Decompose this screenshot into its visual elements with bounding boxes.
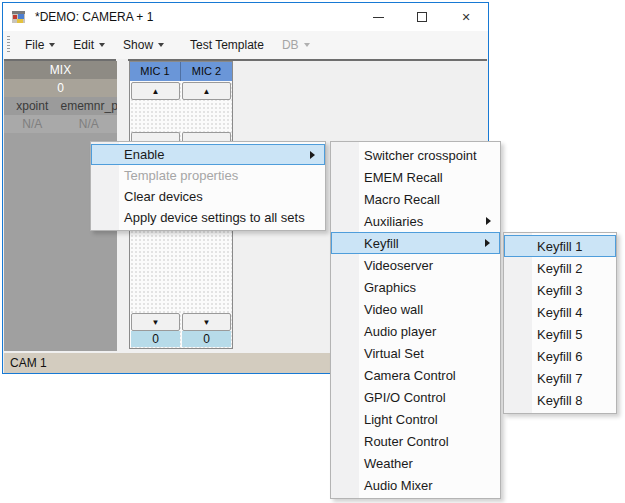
- fader-up-row: ▲ ▲: [130, 82, 232, 100]
- menu-item-audio-mixer[interactable]: Audio Mixer: [331, 474, 500, 496]
- menu-item-light-control[interactable]: Light Control: [331, 408, 500, 430]
- menu-item-label: Camera Control: [364, 368, 456, 383]
- menu-item-videoserver[interactable]: Videoserver: [331, 254, 500, 276]
- mic2-up-button[interactable]: ▲: [182, 82, 231, 100]
- menu-item-auxiliaries[interactable]: Auxiliaries: [331, 210, 500, 232]
- menu-item-label: Template properties: [124, 168, 238, 183]
- menu-item-keyfill-3[interactable]: Keyfill 3: [504, 279, 616, 301]
- menu-item-gpio-control[interactable]: GPI/O Control: [331, 386, 500, 408]
- menu-item-label: Router Control: [364, 434, 449, 449]
- menu-item-label: Switcher crosspoint: [364, 148, 477, 163]
- menu-item-graphics[interactable]: Graphics: [331, 276, 500, 298]
- menu-item-video-wall[interactable]: Video wall: [331, 298, 500, 320]
- menu-item-keyfill[interactable]: Keyfill: [331, 232, 500, 254]
- close-icon: ✕: [461, 11, 470, 24]
- minimize-icon: [373, 17, 384, 18]
- menubar-item-edit[interactable]: Edit: [64, 33, 114, 57]
- menu-item-enable[interactable]: Enable: [91, 144, 325, 165]
- dropdown-arrow-icon: [158, 43, 164, 47]
- menu-item-keyfill-1[interactable]: Keyfill 1: [504, 235, 616, 257]
- menu-item-router-control[interactable]: Router Control: [331, 430, 500, 452]
- menu-item-label: Keyfill 2: [537, 261, 583, 276]
- menu-item-label: Keyfill: [364, 236, 399, 251]
- menu-item-emem-recall[interactable]: EMEM Recall: [331, 166, 500, 188]
- toolstrip-grip-icon[interactable]: [7, 36, 10, 54]
- menubar-label: Show: [123, 38, 153, 52]
- menu-item-label: Auxiliaries: [364, 214, 423, 229]
- mic1-value-cell[interactable]: 0: [131, 331, 180, 347]
- titlebar[interactable]: *DEMO: CAMERA + 1 ✕: [3, 3, 488, 31]
- xpoint-label-cell[interactable]: xpoint: [4, 97, 61, 115]
- window-title: *DEMO: CAMERA + 1: [35, 10, 153, 24]
- menu-item-keyfill-6[interactable]: Keyfill 6: [504, 345, 616, 367]
- column-value-row: N/A N/A: [4, 115, 117, 133]
- menu-item-label: Macro Recall: [364, 192, 440, 207]
- submenu-arrow-icon: [485, 239, 490, 247]
- dropdown-arrow-icon: [99, 43, 105, 47]
- ememnr-label-cell[interactable]: ememnr_pr: [61, 97, 118, 115]
- mic1-header-cell[interactable]: MIC 1: [130, 62, 181, 81]
- mic2-down-button[interactable]: ▼: [182, 313, 231, 331]
- app-icon: [11, 9, 27, 25]
- menu-item-keyfill-2[interactable]: Keyfill 2: [504, 257, 616, 279]
- menubar-label: File: [25, 38, 44, 52]
- menu-item-camera-control[interactable]: Camera Control: [331, 364, 500, 386]
- up-arrow-icon: ▲: [203, 87, 211, 96]
- window-controls: ✕: [356, 3, 488, 31]
- ememnr-value-cell[interactable]: N/A: [61, 115, 118, 133]
- group-header-cell[interactable]: MIX: [4, 61, 117, 79]
- menu-item-label: Keyfill 7: [537, 371, 583, 386]
- menu-item-label: Light Control: [364, 412, 438, 427]
- menu-item-label: Apply device settings to all sets: [124, 210, 305, 225]
- menu-item-label: Keyfill 6: [537, 349, 583, 364]
- menu-item-label: Video wall: [364, 302, 423, 317]
- mic1-down-button[interactable]: ▼: [131, 313, 180, 331]
- menu-item-keyfill-7[interactable]: Keyfill 7: [504, 367, 616, 389]
- menubar-label: Test Template: [190, 38, 264, 52]
- menu-item-clear-devices[interactable]: Clear devices: [91, 186, 325, 207]
- mic1-up-button[interactable]: ▲: [131, 82, 180, 100]
- menu-item-switcher-crosspoint[interactable]: Switcher crosspoint: [331, 144, 500, 166]
- group-value-cell[interactable]: 0: [4, 79, 117, 97]
- menu-item-apply-device-settings[interactable]: Apply device settings to all sets: [91, 207, 325, 228]
- menu-item-label: Enable: [124, 147, 164, 162]
- menu-item-template-properties: Template properties: [91, 165, 325, 186]
- down-arrow-icon: ▼: [203, 318, 211, 327]
- menu-item-weather[interactable]: Weather: [331, 452, 500, 474]
- menu-item-label: GPI/O Control: [364, 390, 446, 405]
- mic2-value-cell[interactable]: 0: [182, 331, 231, 347]
- menu-item-label: Audio Mixer: [364, 478, 433, 493]
- column-label-row: xpoint ememnr_pr: [4, 97, 117, 115]
- xpoint-value-cell[interactable]: N/A: [4, 115, 61, 133]
- menubar-label: DB: [282, 38, 299, 52]
- menu-item-label: Videoserver: [364, 258, 433, 273]
- menu-item-label: Keyfill 5: [537, 327, 583, 342]
- menu-item-macro-recall[interactable]: Macro Recall: [331, 188, 500, 210]
- menu-item-keyfill-5[interactable]: Keyfill 5: [504, 323, 616, 345]
- mic2-header-cell[interactable]: MIC 2: [181, 62, 232, 81]
- minimize-button[interactable]: [356, 3, 400, 31]
- dropdown-arrow-icon: [304, 43, 310, 47]
- menu-item-label: Keyfill 8: [537, 393, 583, 408]
- menu-item-label: Keyfill 3: [537, 283, 583, 298]
- keyfill-submenu: Keyfill 1 Keyfill 2 Keyfill 3 Keyfill 4 …: [503, 232, 617, 414]
- menu-item-keyfill-8[interactable]: Keyfill 8: [504, 389, 616, 411]
- menubar-item-test-template[interactable]: Test Template: [181, 33, 273, 57]
- maximize-icon: [417, 12, 427, 22]
- maximize-button[interactable]: [400, 3, 444, 31]
- menu-item-audio-player[interactable]: Audio player: [331, 320, 500, 342]
- submenu-arrow-icon: [486, 217, 491, 225]
- menu-item-label: EMEM Recall: [364, 170, 443, 185]
- menu-item-keyfill-4[interactable]: Keyfill 4: [504, 301, 616, 323]
- mic-table-header: MIC 1 MIC 2: [130, 62, 232, 81]
- menubar-item-file[interactable]: File: [16, 33, 64, 57]
- menubar-item-db: DB: [273, 33, 319, 57]
- close-button[interactable]: ✕: [444, 3, 488, 31]
- menu-item-label: Keyfill 1: [537, 239, 583, 254]
- menu-item-label: Keyfill 4: [537, 305, 583, 320]
- menubar-item-show[interactable]: Show: [114, 33, 173, 57]
- enable-submenu: Switcher crosspoint EMEM Recall Macro Re…: [330, 141, 501, 499]
- dropdown-arrow-icon: [49, 43, 55, 47]
- menu-item-virtual-set[interactable]: Virtual Set: [331, 342, 500, 364]
- up-arrow-icon: ▲: [152, 87, 160, 96]
